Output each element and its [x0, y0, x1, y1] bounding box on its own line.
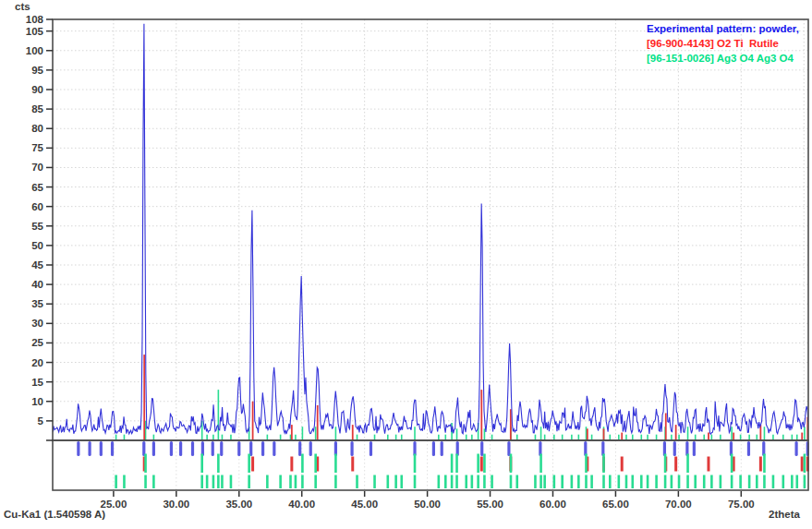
- y-tick-label: 60: [31, 201, 43, 212]
- plot-area[interactable]: [53, 24, 808, 440]
- plot-frame: [53, 19, 808, 440]
- x-tick-label: 40.00: [288, 499, 315, 510]
- x-tick-label: 50.00: [414, 499, 441, 510]
- legend-entry-rutile: [96-900-4143] O2 Ti Rutile: [647, 36, 799, 51]
- experimental-trace: [53, 24, 808, 435]
- y-tick-label: 108: [26, 14, 44, 25]
- y-tick-label: 40: [31, 279, 43, 290]
- xrd-pattern-window: cts 510152025303540455055606570758085909…: [0, 0, 812, 529]
- y-tick-label: 5: [38, 415, 44, 427]
- xrd-chart-canvas[interactable]: 5101520253035404550556065707580859095100…: [0, 0, 812, 529]
- y-tick-label: 80: [31, 123, 43, 134]
- y-tick-label: 75: [31, 142, 43, 153]
- y-tick-label: 90: [31, 84, 43, 95]
- y-tick-label: 15: [31, 377, 43, 388]
- y-tick-label: 95: [31, 65, 43, 76]
- y-tick-label: 10: [31, 396, 43, 407]
- y-tick-label: 20: [31, 357, 43, 368]
- legend-entry-experimental: Experimental pattern: powder,: [647, 21, 799, 36]
- y-tick-label: 45: [31, 259, 43, 271]
- y-tick-label: 105: [26, 26, 44, 37]
- legend-entry-ag3o4: [96-151-0026] Ag3 O4 Ag3 O4: [647, 51, 799, 66]
- y-tick-label: 70: [31, 162, 43, 173]
- y-tick-label: 30: [31, 318, 43, 329]
- x-tick-label: 60.00: [539, 499, 566, 510]
- y-tick-label: 50: [31, 240, 43, 251]
- y-tick-label: 85: [31, 103, 43, 114]
- y-tick-label: 55: [31, 221, 43, 232]
- y-tick-label: 100: [26, 45, 43, 56]
- x-tick-label: 70.00: [665, 499, 692, 510]
- chart-legend: Experimental pattern: powder, [96-900-41…: [647, 21, 799, 66]
- y-tick-label: 35: [31, 298, 43, 309]
- y-tick-label: 65: [31, 182, 43, 193]
- x-tick-label: 45.00: [351, 499, 378, 510]
- x-tick-label: 30.00: [163, 499, 189, 510]
- x-tick-label: 55.00: [477, 499, 503, 510]
- y-tick-label: 25: [31, 337, 43, 348]
- x-tick-label: 75.00: [728, 499, 755, 510]
- x-axis-unit-label: 2theta: [769, 509, 800, 520]
- anode-wavelength-label: Cu-Ka1 (1.540598 A): [4, 509, 105, 520]
- x-tick-label: 65.00: [602, 499, 629, 510]
- x-tick-label: 35.00: [225, 499, 252, 510]
